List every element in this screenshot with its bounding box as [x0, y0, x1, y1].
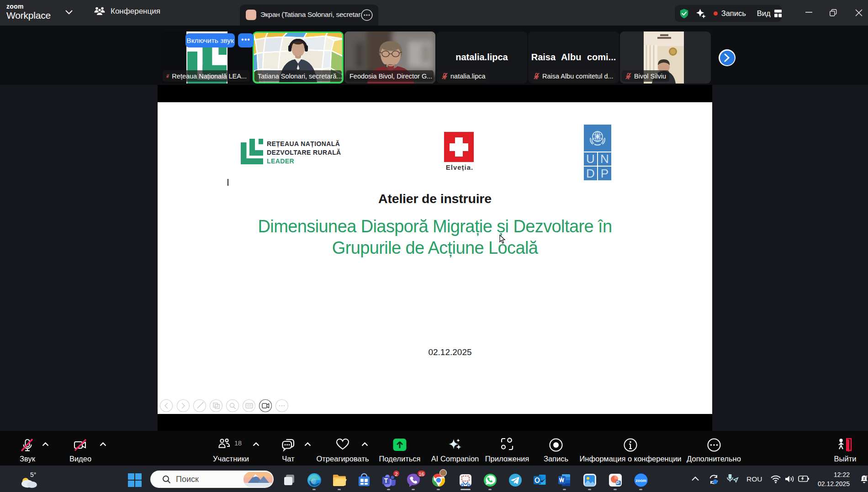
svg-text:zoom: zoom	[635, 478, 646, 483]
svg-text:z: z	[863, 476, 865, 481]
svg-text:z: z	[866, 475, 868, 478]
